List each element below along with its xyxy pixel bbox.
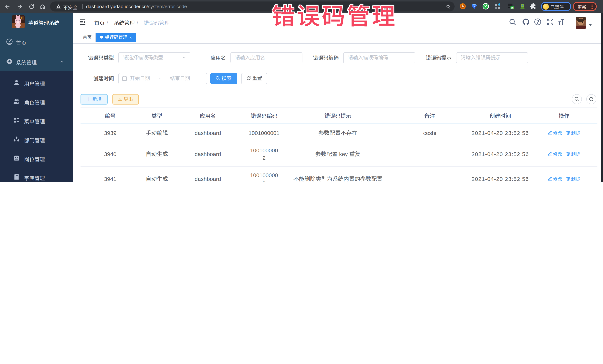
svg-text:on: on <box>511 7 514 9</box>
